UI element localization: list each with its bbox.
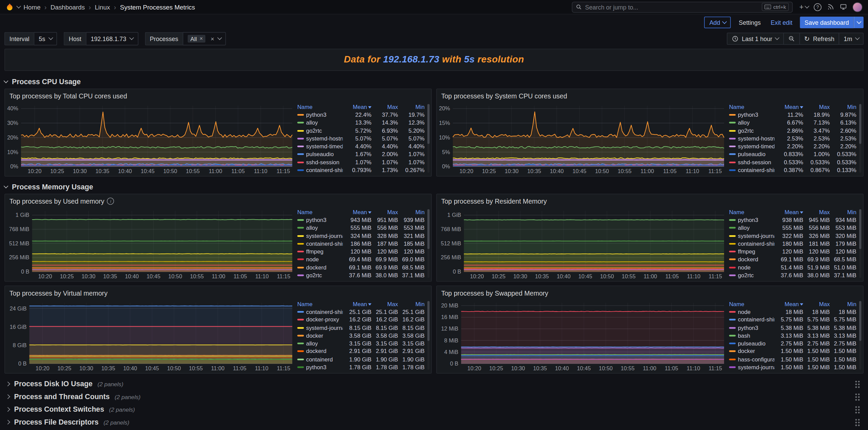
info-icon[interactable]: i (107, 198, 114, 205)
drag-handle-icon[interactable] (855, 417, 860, 426)
legend-series-systemd-journal[interactable]: systemd-journal (729, 364, 775, 370)
legend-col-mean[interactable]: Mean (774, 104, 803, 110)
legend-series-containerd-shim[interactable]: containerd-shim (729, 241, 775, 247)
legend-col-max[interactable]: Max (371, 104, 398, 110)
legend-scrollbar[interactable] (427, 209, 430, 278)
timeseries-chart[interactable]: 40%30%20%10%0%10:2010:2510:3010:3510:401… (6, 102, 296, 175)
chip-close-icon[interactable]: × (200, 35, 203, 41)
legend-series-bash[interactable]: bash (729, 333, 775, 339)
legend-col-mean[interactable]: Mean (774, 301, 803, 307)
legend-series-docker-proxy[interactable]: docker-proxy (297, 317, 343, 323)
legend-col-min[interactable]: Min (398, 104, 425, 110)
legend-series-node[interactable]: node (729, 264, 775, 270)
processes-chip[interactable]: All× (188, 35, 206, 42)
panel-title[interactable]: Top processes by Total CPU cores used (5, 89, 431, 102)
timeseries-chart[interactable]: 20%15%10%5%0%10:2010:2510:3010:3510:4010… (438, 102, 728, 175)
legend-series-sshd-session[interactable]: sshd-session (729, 159, 775, 165)
legend-series-go2rtc[interactable]: go2rtc (297, 272, 343, 278)
legend-series-systemd-timedat[interactable]: systemd-timedat (729, 144, 775, 150)
legend-series-node[interactable]: node (297, 257, 343, 263)
legend-col-name[interactable]: Name (297, 209, 343, 215)
breadcrumb-item[interactable]: Linux (95, 4, 110, 11)
legend-series-node[interactable]: node (729, 309, 775, 315)
legend-scrollbar[interactable] (859, 209, 862, 278)
legend-series-alloy[interactable]: alloy (297, 120, 343, 126)
legend-col-min[interactable]: Min (830, 301, 856, 307)
legend-series-containerd-shim[interactable]: containerd-shim (729, 317, 775, 323)
legend-scrollbar[interactable] (859, 104, 862, 173)
legend-series-containerd-shim[interactable]: containerd-shim (729, 167, 775, 173)
legend-series-ffmpeg[interactable]: ffmpeg (297, 248, 343, 255)
legend-series-systemd-hostnam[interactable]: systemd-hostnam (729, 135, 775, 142)
save-dashboard-button[interactable]: Save dashboard (800, 17, 853, 28)
refresh-interval-select[interactable]: 1m (839, 32, 864, 44)
settings-button[interactable]: Settings (737, 17, 763, 28)
legend-series-systemd-journal[interactable]: systemd-journal (297, 233, 343, 239)
panel-title[interactable]: Top processes by System CPU cores used (437, 89, 863, 102)
legend-series-docker[interactable]: docker (729, 348, 775, 354)
legend-series-go2rtc[interactable]: go2rtc (729, 272, 775, 278)
legend-series-go2rtc[interactable]: go2rtc (297, 128, 343, 134)
section-header-process-page-faults[interactable]: Process Page Faults(2 panels) (4, 428, 864, 430)
legend-series-python3[interactable]: python3 (297, 112, 343, 118)
legend-series-python3[interactable]: python3 (297, 217, 343, 223)
legend-col-min[interactable]: Min (398, 209, 425, 215)
add-button[interactable]: Add (704, 17, 731, 28)
legend-series-alloy[interactable]: alloy (729, 225, 775, 231)
legend-scrollbar[interactable] (859, 301, 862, 370)
save-dashboard-dropdown[interactable] (853, 17, 864, 28)
legend-scrollbar[interactable] (427, 301, 430, 370)
interval-select[interactable]: 5s (34, 32, 57, 45)
legend-col-name[interactable]: Name (729, 209, 775, 215)
legend-col-max[interactable]: Max (371, 301, 398, 307)
section-header-process-file-descriptors[interactable]: Process File Descriptors(2 panels) (4, 416, 864, 429)
grafana-logo-icon[interactable] (5, 3, 14, 11)
screens-icon[interactable] (840, 3, 847, 11)
legend-series-containerd-shim[interactable]: containerd-shim (297, 309, 343, 315)
panel-title[interactable]: Top processes by Resident Memory (437, 194, 863, 207)
legend-series-pulseaudio[interactable]: pulseaudio (729, 151, 775, 157)
breadcrumb-item[interactable]: Dashboards (51, 4, 85, 11)
legend-series-pulseaudio[interactable]: pulseaudio (729, 340, 775, 347)
legend-series-python3[interactable]: python3 (729, 112, 775, 118)
drag-handle-icon[interactable] (855, 392, 860, 401)
refresh-button[interactable]: ↻Refresh (799, 32, 839, 44)
section-header-process-memory-usage[interactable]: Process Memory Usage (4, 181, 864, 193)
time-range-picker[interactable]: Last 1 hour (727, 32, 783, 44)
legend-col-mean[interactable]: Mean (343, 209, 371, 215)
legend-series-go2rtc[interactable]: go2rtc (729, 128, 775, 134)
legend-series-dockerd[interactable]: dockerd (297, 264, 343, 270)
legend-col-max[interactable]: Max (803, 301, 830, 307)
legend-col-name[interactable]: Name (297, 301, 343, 307)
legend-col-mean[interactable]: Mean (774, 209, 803, 215)
clear-all-icon[interactable]: × (210, 35, 214, 42)
panel-title[interactable]: Top processes by Virtual memory (5, 286, 431, 299)
legend-col-min[interactable]: Min (830, 209, 856, 215)
legend-col-min[interactable]: Min (398, 301, 425, 307)
legend-col-max[interactable]: Max (371, 209, 398, 215)
nav-menu-chevron-icon[interactable] (17, 4, 21, 8)
legend-series-dockerd[interactable]: dockerd (729, 257, 775, 263)
zoom-out-button[interactable] (783, 32, 800, 44)
legend-series-containerd-shim[interactable]: containerd-shim (297, 167, 343, 173)
legend-col-name[interactable]: Name (729, 104, 775, 110)
legend-series-pulseaudio[interactable]: pulseaudio (297, 151, 343, 157)
legend-col-mean[interactable]: Mean (343, 104, 371, 110)
legend-series-alloy[interactable]: alloy (297, 340, 343, 347)
timeseries-chart[interactable]: 1 GiB768 MiB512 MiB256 MiB0 B10:2010:251… (6, 207, 296, 280)
legend-series-systemd-hostnam[interactable]: systemd-hostnam (297, 135, 343, 142)
legend-col-min[interactable]: Min (830, 104, 856, 110)
timeseries-chart[interactable]: 24 GiB16 GiB8 GiB0 B10:2010:2510:3010:35… (6, 299, 296, 372)
legend-scrollbar[interactable] (427, 104, 430, 173)
section-header-process-context-switches[interactable]: Process Context Switches(2 panels) (4, 403, 864, 416)
host-select[interactable]: 192.168.1.73 (86, 32, 138, 45)
section-header-process-disk-io-usage[interactable]: Process Disk IO Usage(2 panels) (4, 377, 864, 390)
user-avatar[interactable] (852, 2, 862, 12)
legend-series-systemd-timedat[interactable]: systemd-timedat (297, 144, 343, 150)
legend-series-sshd-session[interactable]: sshd-session (297, 159, 343, 165)
drag-handle-icon[interactable] (855, 405, 860, 414)
search-input[interactable]: Search or jump to... ctrl+k (572, 1, 793, 13)
legend-series-python3[interactable]: python3 (729, 324, 775, 331)
legend-series-ffmpeg[interactable]: ffmpeg (729, 248, 775, 255)
legend-col-mean[interactable]: Mean (343, 301, 371, 307)
